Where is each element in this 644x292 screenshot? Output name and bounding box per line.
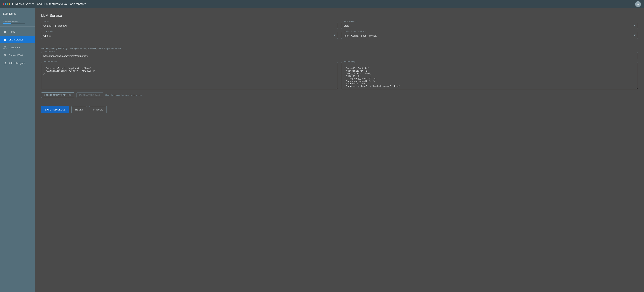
sidebar-item-customers-label: Customers <box>9 46 20 49</box>
name-label: Name * <box>43 20 50 22</box>
avatar-initials: ● <box>637 3 639 6</box>
llm-vendor-select[interactable]: OpenAI Anthropic Cohere Mistral <box>41 32 338 39</box>
bottom-actions: SAVE AND CLOSE RESET CANCEL <box>41 106 638 113</box>
sidebar-item-add-colleagues-label: Add colleagues <box>9 62 25 65</box>
sidebar-item-customers[interactable]: Customers <box>0 44 35 51</box>
name-field-group: Name * <box>41 22 338 29</box>
topbar: LLM as a Service - add LLM features to y… <box>0 0 644 8</box>
save-hint: Save the service to enable these options <box>105 94 142 96</box>
hosting-region-select[interactable]: North / Central / South America Europe A… <box>341 32 638 39</box>
trial-bar-bg <box>3 23 25 25</box>
request-header-group: Request Header { "Content-Type": "applic… <box>41 62 338 89</box>
section-divider-1 <box>41 43 638 43</box>
hosting-region-label: Hosting Region (residency) * <box>343 30 368 32</box>
form-row-header-body: Request Header { "Content-Type": "applic… <box>41 62 638 89</box>
people-icon <box>3 46 7 49</box>
hosting-region-group: Hosting Region (residency) * North / Cen… <box>341 32 638 39</box>
endpoint-url-group: Endpoint URL <box>41 52 638 59</box>
sidebar-item-home[interactable]: Home <box>0 28 35 36</box>
sidebar-app-name: LLM Demo <box>0 10 35 18</box>
service-status-select-wrapper: Draft Active Inactive ▼ <box>341 22 638 29</box>
request-header-label: Request Header <box>43 61 58 63</box>
sidebar-item-embed-test[interactable]: Embed / Test <box>0 52 35 59</box>
user-avatar[interactable]: ● <box>635 1 641 7</box>
trial-label: Trial days remaining <box>3 20 32 22</box>
sidebar-item-add-colleagues[interactable]: Add colleagues <box>0 59 35 67</box>
request-body-label: Request Body <box>343 61 356 63</box>
service-status-group: Service status * Draft Active Inactive ▼ <box>341 22 638 29</box>
llm-vendor-select-wrapper: OpenAI Anthropic Cohere Mistral ▼ <box>41 32 338 39</box>
request-body-group: Request Body { "model": "gpt-4o", "tempe… <box>341 62 638 89</box>
request-header-textarea[interactable]: { "Content-Type": "application/json", "A… <box>41 62 338 89</box>
settings-icon <box>3 54 7 57</box>
app-body: LLM Demo Trial days remaining Home LLM S… <box>0 8 644 292</box>
name-required: * <box>49 20 50 22</box>
hosting-region-required: * <box>367 30 368 32</box>
form-row-name-status: Name * Service status * Draft Active Ina… <box>41 22 638 29</box>
page-title: LLM Service <box>41 13 638 18</box>
section-divider-2 <box>41 102 638 102</box>
star-icon <box>3 38 7 42</box>
llm-vendor-group: LLM vendor * OpenAI Anthropic Cohere Mis… <box>41 32 338 39</box>
endpoint-url-label: Endpoint URL <box>43 51 56 53</box>
person-add-icon <box>3 61 7 65</box>
logo-dot-red <box>3 4 4 5</box>
reset-button[interactable]: RESET <box>71 106 87 113</box>
sidebar-item-llm-services-label: LLM Services <box>9 38 24 41</box>
request-body-textarea[interactable]: { "model": "gpt-4o", "temperature": 1, "… <box>341 62 638 89</box>
trial-section: Trial days remaining <box>0 19 35 27</box>
topbar-left: LLM as a Service - add LLM features to y… <box>3 3 86 6</box>
sidebar-item-llm-services[interactable]: LLM Services <box>0 36 35 43</box>
home-icon <box>3 30 7 34</box>
endpoint-url-input[interactable] <box>41 52 638 59</box>
app-logo <box>3 4 10 5</box>
sidebar-nav: Home LLM Services Customers <box>0 27 35 292</box>
service-status-required: * <box>356 20 356 22</box>
llm-vendor-required: * <box>54 30 54 32</box>
action-buttons-row: ADD OR UPDATE API KEY MAKE A TEST CALL S… <box>41 92 638 98</box>
cancel-button[interactable]: CANCEL <box>89 106 107 113</box>
sidebar-item-embed-test-label: Embed / Test <box>9 54 23 57</box>
name-input[interactable] <box>41 22 338 29</box>
llm-vendor-label: LLM vendor * <box>43 30 55 32</box>
hosting-region-select-wrapper: North / Central / South America Europe A… <box>341 32 638 39</box>
info-text: use the symbol: {{API-KEY}} to insert yo… <box>41 47 638 50</box>
form-row-vendor-region: LLM vendor * OpenAI Anthropic Cohere Mis… <box>41 32 638 39</box>
sidebar: LLM Demo Trial days remaining Home LLM S… <box>0 8 35 292</box>
logo-dot-orange <box>9 4 10 5</box>
service-status-label: Service status * <box>343 20 357 22</box>
logo-dot-blue <box>5 4 6 5</box>
add-update-api-key-button[interactable]: ADD OR UPDATE API KEY <box>41 92 74 98</box>
service-status-select[interactable]: Draft Active Inactive <box>341 22 638 29</box>
trial-bar-fill <box>3 23 11 25</box>
main-content: LLM Service Name * Service status * Draf… <box>35 8 644 292</box>
make-test-call-button[interactable]: MAKE A TEST CALL <box>76 92 104 98</box>
save-and-close-button[interactable]: SAVE AND CLOSE <box>41 106 69 113</box>
sidebar-item-home-label: Home <box>9 30 15 33</box>
logo-dot-green <box>7 4 8 5</box>
topbar-title: LLM as a Service - add LLM features to y… <box>12 3 86 6</box>
